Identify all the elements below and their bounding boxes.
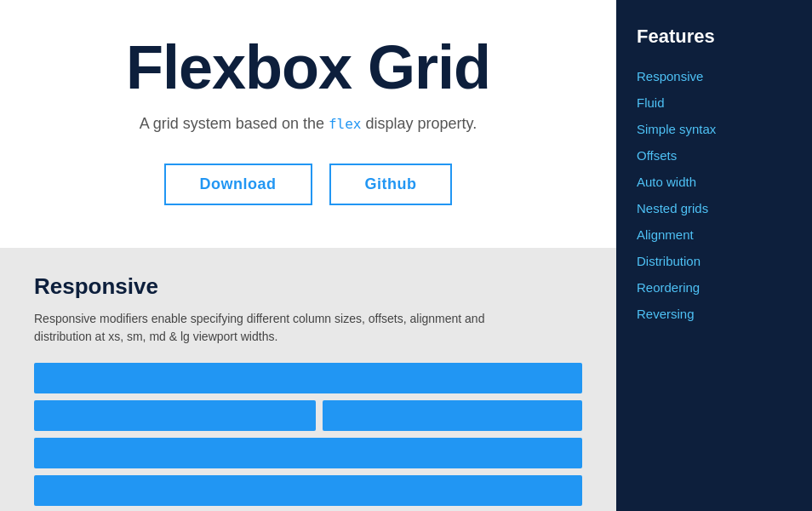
hero-buttons: Download Github <box>164 164 453 205</box>
sidebar-nav: ResponsiveFluidSimple syntaxOffsetsAuto … <box>637 65 792 325</box>
subtitle-after: display property. <box>361 115 477 132</box>
grid-row <box>34 363 582 393</box>
page-title: Flexbox Grid <box>126 34 490 101</box>
github-button[interactable]: Github <box>329 164 453 205</box>
demo-description: Responsive modifiers enable specifying d… <box>34 310 494 346</box>
grid-bar <box>34 363 582 393</box>
sidebar-nav-item[interactable]: Responsive <box>637 65 792 88</box>
grid-bar <box>323 400 582 431</box>
grid-bar <box>34 475 582 506</box>
sidebar-title: Features <box>637 26 792 48</box>
grid-row <box>34 400 582 431</box>
sidebar-nav-item[interactable]: Distribution <box>637 250 792 273</box>
sidebar-nav-item[interactable]: Fluid <box>637 91 792 114</box>
grid-demo <box>34 363 582 511</box>
hero-section: Flexbox Grid A grid system based on the … <box>0 0 616 248</box>
grid-bar <box>34 438 582 468</box>
demo-heading: Responsive <box>34 273 582 300</box>
subtitle-before: A grid system based on the <box>140 115 329 132</box>
sidebar-nav-item[interactable]: Auto width <box>637 170 792 193</box>
hero-subtitle: A grid system based on the flex display … <box>140 115 477 133</box>
sidebar-nav-item[interactable]: Alignment <box>637 223 792 246</box>
demo-section: Responsive Responsive modifiers enable s… <box>0 248 616 511</box>
sidebar: Features ResponsiveFluidSimple syntaxOff… <box>616 0 812 511</box>
sidebar-nav-item[interactable]: Offsets <box>637 144 792 167</box>
grid-row <box>34 475 582 506</box>
grid-row <box>34 438 582 468</box>
main-content: Flexbox Grid A grid system based on the … <box>0 0 616 511</box>
sidebar-nav-item[interactable]: Nested grids <box>637 197 792 220</box>
subtitle-code: flex <box>329 116 362 132</box>
sidebar-nav-item[interactable]: Reordering <box>637 276 792 299</box>
sidebar-nav-item[interactable]: Simple syntax <box>637 118 792 141</box>
grid-bar <box>34 400 316 431</box>
download-button[interactable]: Download <box>164 164 312 205</box>
sidebar-nav-item[interactable]: Reversing <box>637 302 792 325</box>
